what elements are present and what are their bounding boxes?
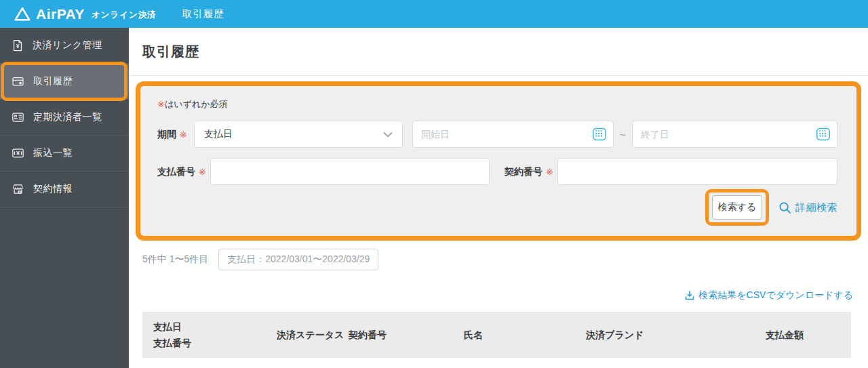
sidebar-item-transaction-history[interactable]: 取引履歴 (0, 64, 129, 100)
column-header-contract-number: 契約番号 (349, 327, 464, 343)
topnav-transaction-history[interactable]: 取引履歴 (182, 7, 224, 20)
period-type-selected-value: 支払日 (204, 128, 233, 140)
subscriber-card-icon (11, 110, 25, 124)
column-header-payment-date-number: 支払日 支払番号 (153, 319, 277, 351)
chevron-down-icon (383, 131, 393, 138)
start-date-wrap (412, 121, 614, 148)
sidebar-item-label: 取引履歴 (33, 75, 73, 87)
svg-text:¥: ¥ (16, 43, 20, 49)
period-required-mark: ※ (180, 129, 187, 140)
payment-link-icon: ¥ (11, 39, 24, 52)
contract-number-label: 契約番号 (505, 166, 542, 177)
end-date-wrap (632, 121, 837, 148)
column-header-name: 氏名 (464, 327, 586, 343)
brand-subtitle: オンライン決済 (92, 9, 157, 21)
filter-badge: 支払日：2022/03/01〜2022/03/29 (218, 249, 378, 270)
sidebar-item-contract-info[interactable]: 契約情報 (0, 171, 129, 207)
advanced-search-link[interactable]: 詳細検索 (778, 201, 837, 214)
period-row: 期間※ 支払日 (157, 121, 837, 148)
airpay-triangle-icon (14, 7, 31, 22)
results-summary: 5件中 1〜5件目 支払日：2022/03/01〜2022/03/29 (142, 249, 868, 270)
search-panel: ※はいずれか必須 期間※ 支払日 (136, 81, 861, 241)
contract-number-required-mark: ※ (546, 167, 553, 177)
contract-number-label-box: 契約番号※ (505, 165, 557, 178)
sidebar-item-payment-links[interactable]: ¥ 決済リンク管理 (0, 28, 129, 64)
sidebar-item-transfers[interactable]: ¥ 振込一覧 (0, 136, 129, 171)
sidebar-item-subscribers[interactable]: 定期決済者一覧 (0, 100, 129, 136)
payment-number-required-mark: ※ (199, 167, 206, 177)
results-count: 5件中 1〜5件目 (142, 253, 208, 266)
search-button[interactable]: 検索する (712, 195, 762, 220)
airpay-logo[interactable]: AirPAY オンライン決済 (14, 6, 157, 22)
required-note-text: はいずれか必須 (165, 99, 228, 109)
sidebar-item-label: 定期決済者一覧 (33, 111, 102, 123)
required-note-mark: ※ (157, 99, 165, 109)
end-date-input[interactable] (632, 121, 837, 148)
download-icon (684, 290, 695, 301)
sidebar: ¥ 決済リンク管理 取引履歴 (0, 28, 129, 368)
period-label: 期間 (157, 129, 176, 140)
required-note: ※はいずれか必須 (157, 98, 837, 110)
payment-number-label-box: 支払番号※ (157, 165, 210, 178)
page-title: 取引履歴 (142, 43, 199, 61)
sidebar-item-label: 契約情報 (33, 183, 73, 195)
period-type-select[interactable]: 支払日 (194, 121, 403, 148)
date-range-separator: ~ (614, 129, 632, 140)
column-header-payment-status: 決済ステータス (277, 327, 349, 343)
storefront-icon (11, 182, 25, 196)
brand-name: AirPAY (36, 6, 85, 22)
page-header: 取引履歴 (129, 28, 868, 76)
results-table-header: 支払日 支払番号 決済ステータス 契約番号 氏名 決済ブランド 支払金額 (142, 312, 851, 358)
topbar: AirPAY オンライン決済 取引履歴 (0, 0, 868, 28)
csv-download-link[interactable]: 検索結果をCSVでダウンロードする (684, 289, 853, 302)
csv-download-label: 検索結果をCSVでダウンロードする (698, 289, 853, 302)
yen-note-icon: ¥ (11, 146, 25, 160)
svg-text:¥: ¥ (16, 150, 20, 157)
advanced-search-label: 詳細検索 (795, 201, 837, 214)
csv-row: 検索結果をCSVでダウンロードする (129, 289, 853, 302)
start-date-input[interactable] (412, 121, 614, 148)
payment-number-label: 支払番号 (157, 166, 195, 177)
numbers-row: 支払番号※ 契約番号※ (157, 158, 837, 185)
sidebar-item-label: 決済リンク管理 (33, 39, 102, 52)
actions-row: 検索する 詳細検索 (157, 195, 837, 220)
period-label-box: 期間※ (157, 128, 194, 141)
search-button-highlight (705, 189, 769, 226)
search-icon (778, 201, 791, 214)
payment-number-input[interactable] (210, 158, 490, 185)
column-header-payment-amount: 支払金額 (766, 327, 840, 343)
main-content: 取引履歴 ※はいずれか必須 期間※ 支払日 (129, 28, 868, 368)
column-header-payment-brand: 決済ブランド (586, 327, 766, 343)
sidebar-item-label: 振込一覧 (33, 147, 73, 159)
contract-number-input[interactable] (557, 158, 837, 185)
credit-card-icon (11, 75, 25, 88)
